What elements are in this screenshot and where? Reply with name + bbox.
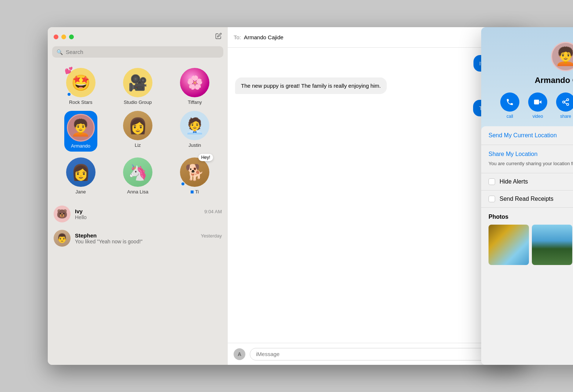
main-chat: To: Armando Cajide It was the oth The ne… [228, 27, 525, 365]
stephen-avatar: 👨 [54, 230, 71, 247]
pinned-contact-tiffany[interactable]: 🌸 Tiffany [166, 65, 223, 108]
pinned-label-rock-stars: Rock Stars [69, 99, 93, 105]
svg-line-8 [565, 102, 567, 104]
photo-thumb-2[interactable] [532, 225, 572, 265]
info-contact-avatar: 🧑‍🦱 [551, 42, 573, 71]
hide-alerts-label: Hide Alerts [500, 178, 528, 185]
pinned-contact-anna-lisa[interactable]: 🦄 Anna Lisa [109, 155, 166, 197]
ivy-preview: Hello [75, 214, 222, 220]
share-icon-circle [556, 92, 573, 112]
send-location-link[interactable]: Send My Current Location [489, 132, 557, 138]
conversation-list: 🐻 Ivy 9:04 AM Hello 👨 Stephen Yesterday [48, 202, 228, 365]
stephen-name: Stephen [75, 232, 97, 239]
video-label: video [533, 114, 543, 119]
send-read-receipts-row[interactable]: Send Read Receipts [481, 190, 573, 208]
pinned-contact-ti[interactable]: 🐕 Hey! Ti [166, 155, 223, 197]
share-location-link[interactable]: Share My Location [489, 151, 537, 157]
info-panel: 🧑‍🦱 Armando Cajide call [481, 27, 573, 365]
sender-avatar: A [234, 348, 245, 360]
conversation-ivy[interactable]: 🐻 Ivy 9:04 AM Hello [48, 202, 228, 226]
search-input[interactable] [66, 49, 219, 55]
ivy-avatar: 🐻 [54, 206, 71, 222]
pinned-label-liz: Liz [135, 142, 141, 148]
action-share[interactable]: share [556, 92, 573, 119]
video-icon-circle [528, 92, 547, 112]
ivy-name: Ivy [75, 208, 83, 214]
share-label: share [560, 114, 571, 119]
pinned-label-jane: Jane [76, 189, 86, 195]
photo-thumb-1[interactable] [489, 225, 529, 265]
armando-avatar: 🧑‍🦱 [67, 114, 95, 142]
pinned-contact-studio-group[interactable]: 🎥 Studio Group [109, 65, 166, 108]
chat-messages: It was the oth The new puppy is great! T… [228, 48, 525, 343]
pinned-contacts-grid: 🤩 💕 Rock Stars 🎥 Studio Group [48, 62, 228, 202]
liz-avatar: 👩 [123, 111, 152, 140]
share-location-section[interactable]: Share My Location You are currently shar… [481, 145, 573, 173]
photos-section: Photos [481, 208, 573, 269]
titlebar [48, 27, 228, 46]
fullscreen-button[interactable] [69, 35, 74, 39]
info-contact-name: Armando Cajide [535, 76, 573, 85]
photos-title: Photos [489, 214, 573, 220]
action-call[interactable]: call [500, 92, 519, 119]
ivy-time: 9:04 AM [204, 209, 222, 214]
unread-indicator [67, 92, 71, 97]
ti-unread-indicator [181, 182, 185, 186]
message-input[interactable] [250, 348, 519, 360]
pinned-contact-justin[interactable]: 🧑‍💼 Justin [166, 108, 223, 155]
info-panel-header: 🧑‍🦱 Armando Cajide call [481, 27, 573, 126]
recipient-name: Armando Cajide [244, 34, 284, 40]
stephen-content: Stephen Yesterday You liked "Yeah now is… [75, 232, 222, 244]
pinned-label-tiffany: Tiffany [188, 99, 202, 105]
jane-avatar: 👩 [66, 157, 96, 187]
pinned-label-studio-group: Studio Group [124, 99, 152, 105]
minimize-button[interactable] [61, 35, 66, 39]
chat-input-bar: A [228, 343, 525, 365]
stephen-time: Yesterday [201, 233, 222, 239]
chat-header: To: Armando Cajide [228, 27, 525, 48]
pinned-label-justin: Justin [188, 142, 201, 148]
pinned-contact-jane[interactable]: 👩 Jane [52, 155, 109, 197]
anna-lisa-avatar: 🦄 [123, 157, 152, 187]
pinned-label-armando: Armando [71, 143, 90, 149]
send-read-receipts-label: Send Read Receipts [500, 196, 554, 202]
pinned-contact-liz[interactable]: 👩 Liz [109, 108, 166, 155]
svg-marker-3 [539, 100, 541, 104]
svg-point-5 [567, 99, 569, 101]
svg-point-7 [567, 104, 569, 106]
stephen-preview: You liked "Yeah now is good!" [75, 239, 222, 244]
call-label: call [507, 114, 513, 119]
hide-alerts-checkbox[interactable] [489, 178, 495, 185]
hide-alerts-row[interactable]: Hide Alerts [481, 173, 573, 190]
studio-group-avatar: 🎥 [123, 68, 152, 97]
pinned-label-ti: Ti [195, 189, 199, 195]
tiffany-avatar: 🌸 [180, 68, 209, 97]
hey-badge: Hey! [198, 154, 213, 161]
pinned-contact-rock-stars[interactable]: 🤩 💕 Rock Stars [52, 65, 109, 108]
to-label: To: [234, 34, 241, 40]
action-buttons: call video [500, 92, 573, 119]
heart-badge: 💕 [65, 66, 73, 75]
app-window: 🔍 🤩 💕 Rock Stars 🎥 [48, 27, 525, 365]
photos-grid [489, 225, 573, 265]
location-status-text: You are currently sharing your location … [489, 160, 573, 167]
search-bar[interactable]: 🔍 [52, 46, 223, 58]
compose-button[interactable] [215, 33, 222, 41]
send-location-section[interactable]: Send My Current Location [481, 126, 573, 145]
conversation-stephen[interactable]: 👨 Stephen Yesterday You liked "Yeah now … [48, 226, 228, 250]
svg-line-9 [565, 100, 567, 102]
send-read-receipts-checkbox[interactable] [489, 196, 495, 202]
call-icon-circle [500, 92, 519, 112]
ivy-header: Ivy 9:04 AM [75, 208, 222, 214]
ivy-content: Ivy 9:04 AM Hello [75, 208, 222, 220]
close-button[interactable] [54, 35, 58, 39]
pinned-contact-armando[interactable]: 🧑‍🦱 Armando [52, 108, 109, 155]
action-video[interactable]: video [528, 92, 547, 119]
message-received-1: The new puppy is great! The family is re… [235, 77, 387, 94]
stephen-header: Stephen Yesterday [75, 232, 222, 239]
pinned-label-anna-lisa: Anna Lisa [127, 189, 148, 195]
svg-rect-4 [534, 100, 539, 105]
search-icon: 🔍 [57, 49, 63, 55]
sidebar: 🔍 🤩 💕 Rock Stars 🎥 [48, 27, 228, 365]
svg-point-6 [563, 101, 565, 103]
